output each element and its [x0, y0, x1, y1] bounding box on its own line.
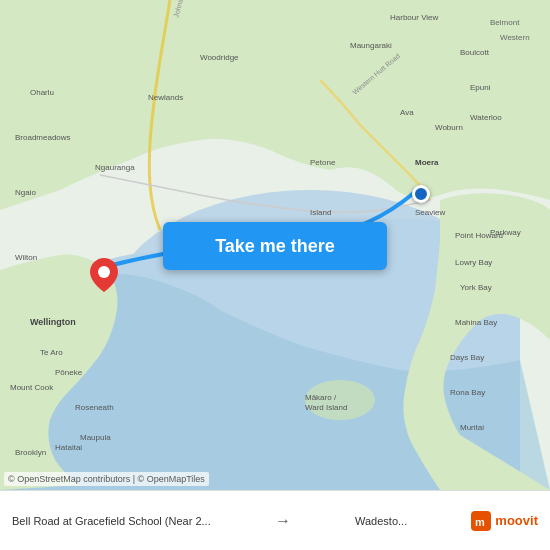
svg-text:Maungaraki: Maungaraki: [350, 41, 392, 50]
map-container: Belmont Western Harbour View Boulcott Ep…: [0, 0, 550, 490]
svg-text:Island: Island: [310, 208, 331, 217]
svg-text:Broadmeadows: Broadmeadows: [15, 133, 71, 142]
svg-text:Ava: Ava: [400, 108, 414, 117]
svg-text:Ngaio: Ngaio: [15, 188, 36, 197]
svg-point-43: [98, 266, 110, 278]
svg-text:Roseneath: Roseneath: [75, 403, 114, 412]
svg-text:Woodridge: Woodridge: [200, 53, 239, 62]
footer-to-section: Wadesto...: [355, 515, 407, 527]
footer: Bell Road at Gracefield School (Near 2..…: [0, 490, 550, 550]
svg-text:Ward Island: Ward Island: [305, 403, 347, 412]
footer-from-section: Bell Road at Gracefield School (Near 2..…: [12, 515, 211, 527]
footer-to-label: Wadesto...: [355, 515, 407, 527]
moovit-text: moovit: [495, 513, 538, 528]
svg-text:Newlands: Newlands: [148, 93, 183, 102]
svg-text:Days Bay: Days Bay: [450, 353, 484, 362]
svg-text:Belmont: Belmont: [490, 18, 520, 27]
destination-pin: [412, 185, 430, 203]
svg-text:Ngauranga: Ngauranga: [95, 163, 135, 172]
svg-text:Western: Western: [500, 33, 530, 42]
svg-text:Brooklyn: Brooklyn: [15, 448, 46, 457]
svg-text:Epuni: Epuni: [470, 83, 491, 92]
svg-text:Te Aro: Te Aro: [40, 348, 63, 357]
origin-pin: [90, 258, 118, 292]
svg-text:Seaview: Seaview: [415, 208, 445, 217]
svg-text:Boulcott: Boulcott: [460, 48, 490, 57]
svg-text:York Bay: York Bay: [460, 283, 492, 292]
svg-text:Harbour View: Harbour View: [390, 13, 439, 22]
footer-from-label: Bell Road at Gracefield School (Near 2..…: [12, 515, 211, 527]
svg-text:Moera: Moera: [415, 158, 439, 167]
svg-text:Maupula: Maupula: [80, 433, 111, 442]
svg-text:Mount Cook: Mount Cook: [10, 383, 54, 392]
svg-text:Wilton: Wilton: [15, 253, 37, 262]
footer-arrow-icon: →: [275, 512, 291, 530]
svg-text:Waterloo: Waterloo: [470, 113, 502, 122]
svg-text:Muritai: Muritai: [460, 423, 484, 432]
moovit-logo: m moovit: [471, 511, 538, 531]
svg-text:Wellington: Wellington: [30, 317, 76, 327]
svg-text:Oharlu: Oharlu: [30, 88, 54, 97]
svg-text:Pōneke: Pōneke: [55, 368, 83, 377]
svg-text:Petone: Petone: [310, 158, 336, 167]
map-attribution: © OpenStreetMap contributors | © OpenMap…: [4, 472, 209, 486]
svg-text:Parkway: Parkway: [490, 228, 521, 237]
svg-text:Woburn: Woburn: [435, 123, 463, 132]
svg-text:Lowry Bay: Lowry Bay: [455, 258, 492, 267]
svg-text:Mahina Bay: Mahina Bay: [455, 318, 497, 327]
take-me-there-button[interactable]: Take me there: [163, 222, 387, 270]
svg-text:m: m: [475, 516, 485, 528]
svg-text:Hataitai: Hataitai: [55, 443, 82, 452]
svg-text:Mākaro /: Mākaro /: [305, 393, 337, 402]
svg-text:Rona Bay: Rona Bay: [450, 388, 485, 397]
